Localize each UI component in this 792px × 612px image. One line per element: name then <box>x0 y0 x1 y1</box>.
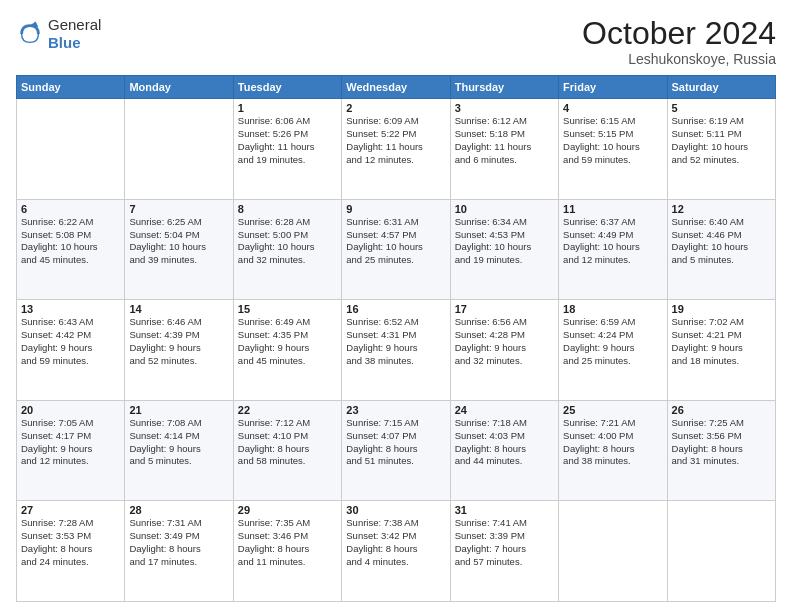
day-info-line: Sunrise: 6:59 AM <box>563 316 662 329</box>
calendar-table: SundayMondayTuesdayWednesdayThursdayFrid… <box>16 75 776 602</box>
day-info-line: Daylight: 8 hours <box>238 543 337 556</box>
day-cell: 17Sunrise: 6:56 AMSunset: 4:28 PMDayligh… <box>450 300 558 401</box>
day-info-line: Daylight: 9 hours <box>238 342 337 355</box>
day-info-line: Daylight: 8 hours <box>346 543 445 556</box>
header: General Blue October 2024 Leshukonskoye,… <box>16 16 776 67</box>
day-info-line: and 45 minutes. <box>238 355 337 368</box>
day-info-line: Sunset: 3:49 PM <box>129 530 228 543</box>
day-info-line: Sunset: 4:35 PM <box>238 329 337 342</box>
day-number: 31 <box>455 504 554 516</box>
day-info-line: Sunset: 4:39 PM <box>129 329 228 342</box>
day-info-line: and 58 minutes. <box>238 455 337 468</box>
day-info-line: Daylight: 9 hours <box>21 443 120 456</box>
day-info-line: Sunrise: 7:28 AM <box>21 517 120 530</box>
day-info-line: and 12 minutes. <box>21 455 120 468</box>
weekday-header-thursday: Thursday <box>450 76 558 99</box>
day-info-line: Sunset: 4:24 PM <box>563 329 662 342</box>
day-info-line: and 39 minutes. <box>129 254 228 267</box>
day-info-line: Sunrise: 7:31 AM <box>129 517 228 530</box>
day-info-line: Sunrise: 7:15 AM <box>346 417 445 430</box>
day-info-line: Sunset: 3:42 PM <box>346 530 445 543</box>
day-cell: 1Sunrise: 6:06 AMSunset: 5:26 PMDaylight… <box>233 99 341 200</box>
day-info-line: and 4 minutes. <box>346 556 445 569</box>
day-info-line: Sunrise: 6:28 AM <box>238 216 337 229</box>
day-number: 19 <box>672 303 771 315</box>
day-number: 30 <box>346 504 445 516</box>
day-cell: 27Sunrise: 7:28 AMSunset: 3:53 PMDayligh… <box>17 501 125 602</box>
day-info-line: Daylight: 8 hours <box>346 443 445 456</box>
day-info-line: Sunset: 3:46 PM <box>238 530 337 543</box>
day-info-line: Sunset: 5:08 PM <box>21 229 120 242</box>
day-number: 7 <box>129 203 228 215</box>
title-block: October 2024 Leshukonskoye, Russia <box>582 16 776 67</box>
weekday-header-wednesday: Wednesday <box>342 76 450 99</box>
day-info-line: and 6 minutes. <box>455 154 554 167</box>
day-info-line: and 5 minutes. <box>672 254 771 267</box>
day-info-line: and 17 minutes. <box>129 556 228 569</box>
day-info-line: Daylight: 11 hours <box>238 141 337 154</box>
day-info-line: Sunset: 4:28 PM <box>455 329 554 342</box>
weekday-header-monday: Monday <box>125 76 233 99</box>
day-cell: 5Sunrise: 6:19 AMSunset: 5:11 PMDaylight… <box>667 99 775 200</box>
day-cell <box>559 501 667 602</box>
day-info-line: and 44 minutes. <box>455 455 554 468</box>
day-number: 5 <box>672 102 771 114</box>
day-info-line: Daylight: 9 hours <box>129 342 228 355</box>
day-info-line: and 59 minutes. <box>21 355 120 368</box>
day-info-line: Daylight: 10 hours <box>563 241 662 254</box>
month-title: October 2024 <box>582 16 776 51</box>
day-cell: 28Sunrise: 7:31 AMSunset: 3:49 PMDayligh… <box>125 501 233 602</box>
day-info-line: Sunrise: 7:21 AM <box>563 417 662 430</box>
day-cell: 7Sunrise: 6:25 AMSunset: 5:04 PMDaylight… <box>125 199 233 300</box>
day-info-line: Sunset: 4:49 PM <box>563 229 662 242</box>
day-cell: 21Sunrise: 7:08 AMSunset: 4:14 PMDayligh… <box>125 400 233 501</box>
week-row-3: 13Sunrise: 6:43 AMSunset: 4:42 PMDayligh… <box>17 300 776 401</box>
day-number: 2 <box>346 102 445 114</box>
day-info-line: Sunset: 4:46 PM <box>672 229 771 242</box>
day-number: 24 <box>455 404 554 416</box>
week-row-5: 27Sunrise: 7:28 AMSunset: 3:53 PMDayligh… <box>17 501 776 602</box>
day-info-line: and 19 minutes. <box>455 254 554 267</box>
day-info-line: and 52 minutes. <box>129 355 228 368</box>
day-cell: 31Sunrise: 7:41 AMSunset: 3:39 PMDayligh… <box>450 501 558 602</box>
day-info-line: Daylight: 9 hours <box>21 342 120 355</box>
day-number: 4 <box>563 102 662 114</box>
day-info-line: Daylight: 9 hours <box>672 342 771 355</box>
day-cell: 30Sunrise: 7:38 AMSunset: 3:42 PMDayligh… <box>342 501 450 602</box>
day-info-line: and 38 minutes. <box>346 355 445 368</box>
day-info-line: Sunset: 4:07 PM <box>346 430 445 443</box>
day-number: 11 <box>563 203 662 215</box>
day-info-line: Daylight: 10 hours <box>563 141 662 154</box>
weekday-header-friday: Friday <box>559 76 667 99</box>
logo-blue: Blue <box>48 34 81 51</box>
page: General Blue October 2024 Leshukonskoye,… <box>0 0 792 612</box>
day-info-line: Daylight: 10 hours <box>346 241 445 254</box>
day-info-line: Sunrise: 6:15 AM <box>563 115 662 128</box>
day-info-line: Sunset: 4:42 PM <box>21 329 120 342</box>
day-info-line: and 25 minutes. <box>563 355 662 368</box>
weekday-header-sunday: Sunday <box>17 76 125 99</box>
day-info-line: Daylight: 11 hours <box>346 141 445 154</box>
day-cell: 2Sunrise: 6:09 AMSunset: 5:22 PMDaylight… <box>342 99 450 200</box>
day-info-line: and 19 minutes. <box>238 154 337 167</box>
day-cell: 9Sunrise: 6:31 AMSunset: 4:57 PMDaylight… <box>342 199 450 300</box>
day-info-line: Daylight: 8 hours <box>21 543 120 556</box>
day-info-line: and 38 minutes. <box>563 455 662 468</box>
week-row-4: 20Sunrise: 7:05 AMSunset: 4:17 PMDayligh… <box>17 400 776 501</box>
day-info-line: Sunset: 4:21 PM <box>672 329 771 342</box>
day-info-line: Daylight: 8 hours <box>129 543 228 556</box>
day-info-line: Sunset: 4:10 PM <box>238 430 337 443</box>
day-info-line: Sunrise: 6:31 AM <box>346 216 445 229</box>
day-cell: 25Sunrise: 7:21 AMSunset: 4:00 PMDayligh… <box>559 400 667 501</box>
day-info-line: Sunrise: 6:46 AM <box>129 316 228 329</box>
day-info-line: Daylight: 9 hours <box>455 342 554 355</box>
day-info-line: Sunset: 3:56 PM <box>672 430 771 443</box>
day-info-line: Sunset: 5:11 PM <box>672 128 771 141</box>
weekday-header-saturday: Saturday <box>667 76 775 99</box>
day-info-line: Daylight: 9 hours <box>129 443 228 456</box>
day-info-line: Daylight: 8 hours <box>672 443 771 456</box>
day-number: 25 <box>563 404 662 416</box>
day-info-line: Sunset: 5:15 PM <box>563 128 662 141</box>
day-cell: 13Sunrise: 6:43 AMSunset: 4:42 PMDayligh… <box>17 300 125 401</box>
day-info-line: and 45 minutes. <box>21 254 120 267</box>
